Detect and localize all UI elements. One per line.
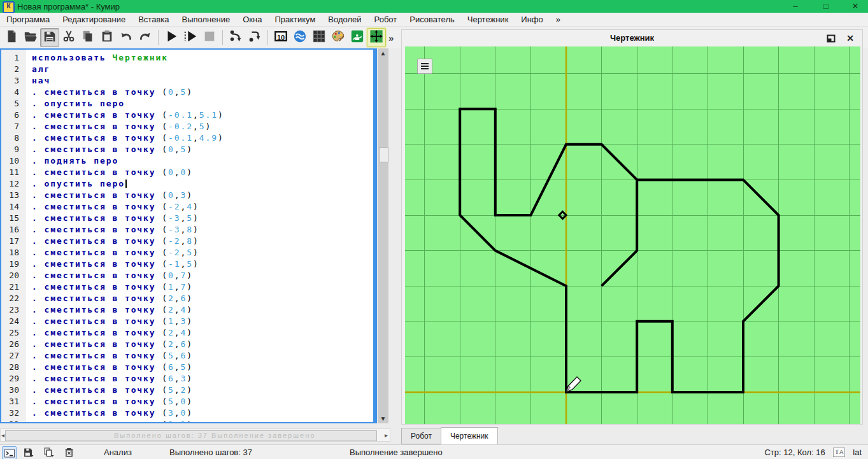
step-into-button[interactable] <box>245 28 264 47</box>
menu-item-8[interactable]: Рисователь <box>403 13 460 26</box>
axes-icon <box>369 29 383 46</box>
code-line-13[interactable]: . сместиться в точку (0,3) <box>32 190 373 201</box>
code-line-22[interactable]: . сместиться в точку (2,6) <box>32 293 373 304</box>
run-button[interactable] <box>162 28 181 47</box>
layout-indicator[interactable]: lat <box>853 448 862 457</box>
scroll-up-icon[interactable]: ▲ <box>378 48 388 58</box>
code-line-18[interactable]: . сместиться в точку (-2,5) <box>32 247 373 258</box>
code-line-15[interactable]: . сместиться в точку (-3,5) <box>32 213 373 224</box>
scroll-left-icon[interactable]: ◂ <box>1 432 4 439</box>
cut-button[interactable] <box>59 28 78 47</box>
close-button[interactable]: ✕ <box>846 0 865 12</box>
code-line-7[interactable]: . сместиться в точку (-0.2,5) <box>32 121 373 132</box>
menu-item-0[interactable]: Программа <box>0 13 56 26</box>
code-line-28[interactable]: . сместиться в точку (6,5) <box>32 362 373 373</box>
menu-item-11[interactable]: » <box>550 13 567 26</box>
menu-item-1[interactable]: Редактирование <box>56 13 132 26</box>
minimize-button[interactable]: – <box>786 0 805 12</box>
code-line-6[interactable]: . сместиться в точку (-0.1,5.1) <box>32 109 373 121</box>
code-line-27[interactable]: . сместиться в точку (5,6) <box>32 350 373 362</box>
show-robot-field-button[interactable] <box>348 28 367 47</box>
tab-robot[interactable]: Робот <box>401 428 441 444</box>
code-line-16[interactable]: . сместиться в точку (-3,8) <box>32 224 373 236</box>
code-line-26[interactable]: . сместиться в точку (2,6) <box>32 339 373 350</box>
menu-item-3[interactable]: Выполнение <box>175 13 236 26</box>
code-line-32[interactable]: . сместиться в точку (3,0) <box>32 407 373 419</box>
show-risovatel-button[interactable] <box>329 28 348 47</box>
code-line-31[interactable]: . сместиться в точку (5,0) <box>32 396 373 407</box>
code-line-29[interactable]: . сместиться в точку (6,3) <box>32 373 373 385</box>
copy-protocol-button[interactable] <box>42 446 55 458</box>
menu-item-5[interactable]: Практикум <box>268 13 322 26</box>
run-icon <box>164 29 178 46</box>
plotter-menu-button[interactable] <box>417 59 432 74</box>
plotter-close-icon[interactable]: ✕ <box>844 33 856 43</box>
open-program-button[interactable] <box>21 28 40 47</box>
new-program-button[interactable] <box>2 28 21 47</box>
code-line-19[interactable]: . сместиться в точку (-1,5) <box>32 258 373 270</box>
code-line-25[interactable]: . сместиться в точку (2,4) <box>32 327 373 339</box>
code-line-23[interactable]: . сместиться в точку (2,4) <box>32 304 373 316</box>
code-line-20[interactable]: . сместиться в точку (0,7) <box>32 270 373 281</box>
paste-button[interactable] <box>97 28 117 47</box>
code-line-4[interactable]: . сместиться в точку (0,5) <box>32 87 373 98</box>
vertical-scroll-thumb[interactable] <box>379 147 388 162</box>
copy-button[interactable] <box>78 28 97 47</box>
code-line-12[interactable]: . опустить перо <box>32 178 373 190</box>
code-line-3[interactable]: нач <box>32 75 373 87</box>
editor-horizontal-scrollbar[interactable]: ◂ Выполнено шагов: 37 Выполнение заверше… <box>0 428 390 442</box>
menu-item-10[interactable]: Инфо <box>515 13 549 26</box>
line-number: 20 <box>1 270 25 281</box>
code-editor[interactable]: 1234567891011121314151617181920212223242… <box>0 48 377 423</box>
maximize-button[interactable]: □ <box>816 0 836 12</box>
code-line-9[interactable]: . сместиться в точку (0,5) <box>32 144 373 155</box>
window-titlebar: К Новая программа* - Кумир – □ ✕ <box>0 0 868 13</box>
line-number: 28 <box>1 362 25 373</box>
line-number-gutter: 1234567891011121314151617181920212223242… <box>1 50 25 422</box>
code-line-17[interactable]: . сместиться в точку (-2,8) <box>32 236 373 247</box>
menu-item-9[interactable]: Чертежник <box>461 13 515 26</box>
line-number: 17 <box>1 236 25 247</box>
console-toggle-button[interactable] <box>2 446 17 459</box>
code-line-10[interactable]: . поднять перо <box>32 155 373 167</box>
code-line-21[interactable]: . сместиться в точку (1,7) <box>32 281 373 293</box>
menu-item-4[interactable]: Окна <box>236 13 268 26</box>
code-line-11[interactable]: . сместиться в точку (0,0) <box>32 167 373 178</box>
code-line-2[interactable]: алг <box>32 64 373 75</box>
run-step-button[interactable] <box>181 28 200 47</box>
code-line-33[interactable]: . сместиться в точку (3,2) <box>32 419 373 422</box>
plotter-field[interactable] <box>405 46 860 424</box>
undo-button[interactable] <box>117 28 136 47</box>
code-area[interactable]: использовать Чертежникалгнач. сместиться… <box>25 50 373 422</box>
code-line-30[interactable]: . сместиться в точку (5,2) <box>32 385 373 396</box>
code-line-24[interactable]: . сместиться в точку (1,3) <box>32 316 373 327</box>
show-vodoley-button[interactable] <box>290 28 309 47</box>
keyboard-layout-icon[interactable]: ⇧A <box>833 448 846 457</box>
show-chertezhnik-button[interactable] <box>367 28 386 47</box>
clear-protocol-button[interactable] <box>62 446 76 458</box>
code-line-1[interactable]: использовать Чертежник <box>32 52 373 64</box>
scroll-right-icon[interactable]: ▸ <box>385 432 388 439</box>
menu-item-2[interactable]: Вставка <box>132 13 175 26</box>
scroll-down-icon[interactable]: ▼ <box>378 414 388 423</box>
horizontal-scroll-thumb[interactable]: Выполнено шагов: 37 Выполнение завершено <box>5 430 377 441</box>
code-line-14[interactable]: . сместиться в точку (-2,4) <box>32 201 373 213</box>
save-protocol-button[interactable] <box>22 446 35 458</box>
toolbar-overflow-icon[interactable]: » <box>388 32 394 43</box>
menu-item-7[interactable]: Робот <box>368 13 404 26</box>
code-line-8[interactable]: . сместиться в точку (-0.1,4.9) <box>32 132 373 144</box>
stop-button[interactable] <box>200 28 219 47</box>
show-robot-button[interactable] <box>309 28 329 47</box>
line-number: 33 <box>1 419 25 423</box>
tab-chertezhnik[interactable]: Чертежник <box>441 427 498 444</box>
menu-item-6[interactable]: Водолей <box>322 13 367 26</box>
editor-vertical-scrollbar[interactable]: ▲ ▼ <box>378 48 388 423</box>
line-number: 10 <box>1 155 25 167</box>
line-number: 4 <box>1 87 25 98</box>
undock-icon[interactable] <box>825 33 837 43</box>
show-window-10-button[interactable]: 10 <box>271 28 290 47</box>
step-over-button[interactable] <box>226 28 245 47</box>
save-program-button[interactable] <box>40 28 59 47</box>
redo-button[interactable] <box>136 28 155 47</box>
code-line-5[interactable]: . опустить перо <box>32 98 373 109</box>
